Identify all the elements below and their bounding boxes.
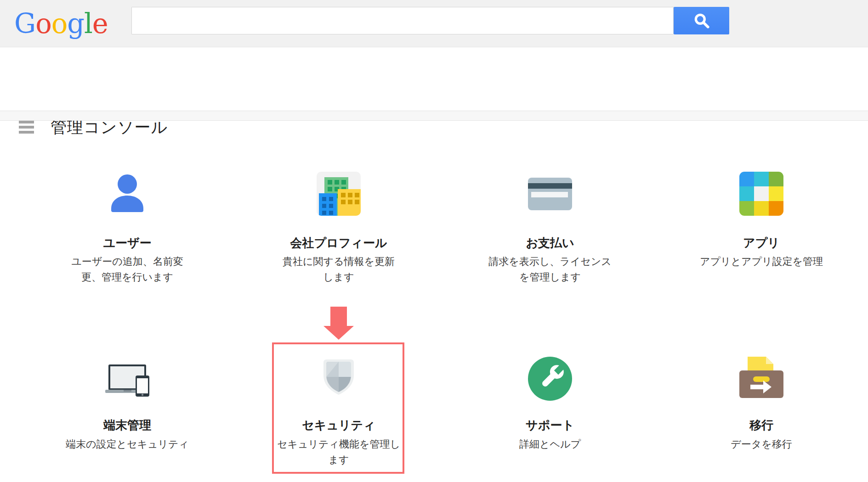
console-header: 管理コンソール <box>0 48 868 111</box>
tile-apps[interactable]: アプリ アプリとアプリ設定を管理 <box>656 121 867 302</box>
tile-desc: 貴社に関する情報を更新 します <box>265 254 412 285</box>
tile-desc: 詳細とヘルプ <box>477 437 624 452</box>
logo-letter: g <box>67 10 84 37</box>
tile-label[interactable]: 端末管理 <box>22 417 233 433</box>
tile-billing[interactable]: お支払い 請求を表示し、ライセンス を管理します <box>444 121 656 302</box>
box-arrow-icon[interactable] <box>739 357 783 401</box>
tile-label[interactable]: サポート <box>444 417 656 433</box>
shield-icon[interactable] <box>317 357 361 401</box>
tile-grid: ユーザー ユーザーの追加、名前変 更、管理を行います <box>22 121 867 482</box>
tile-desc: アプリとアプリ設定を管理 <box>688 254 835 269</box>
tile-security[interactable]: セキュリティ セキュリティ機能を管理し ます <box>233 302 444 482</box>
top-bar: Google <box>0 0 868 47</box>
wrench-icon[interactable] <box>528 357 572 401</box>
tile-device-management[interactable]: 端末管理 端末の設定とセキュリティ <box>22 302 233 482</box>
user-icon[interactable] <box>105 172 149 216</box>
search-input[interactable] <box>131 7 674 34</box>
logo-letter: l <box>84 10 92 37</box>
tile-migration[interactable]: 移行 データを移行 <box>656 302 867 482</box>
tile-label[interactable]: お支払い <box>444 235 656 251</box>
logo-letter: o <box>51 10 68 37</box>
tile-desc: セキュリティ機能を管理し ます <box>265 437 412 468</box>
tile-desc: 端末の設定とセキュリティ <box>54 437 201 452</box>
red-arrow-annotation <box>323 307 354 340</box>
admin-console-page: Google 管理コンソール <box>0 0 868 482</box>
tile-label[interactable]: ユーザー <box>22 235 233 251</box>
credit-card-icon[interactable] <box>528 172 572 216</box>
logo-letter: G <box>14 10 35 37</box>
tile-support[interactable]: サポート 詳細とヘルプ <box>444 302 656 482</box>
search-button[interactable] <box>674 7 729 34</box>
buildings-icon[interactable] <box>317 172 361 216</box>
tile-users[interactable]: ユーザー ユーザーの追加、名前変 更、管理を行います <box>22 121 233 302</box>
apps-grid-icon[interactable] <box>739 172 783 216</box>
collapsed-tasks-bar[interactable] <box>0 111 868 121</box>
google-logo[interactable]: Google <box>14 0 108 47</box>
tile-company-profile[interactable]: 会社プロフィール 貴社に関する情報を更新 します <box>233 121 444 302</box>
tile-label[interactable]: セキュリティ <box>233 417 444 433</box>
devices-icon[interactable] <box>105 357 149 401</box>
tile-desc: ユーザーの追加、名前変 更、管理を行います <box>54 254 201 285</box>
tile-label[interactable]: 会社プロフィール <box>233 235 444 251</box>
tile-desc: 請求を表示し、ライセンス を管理します <box>477 254 624 285</box>
tile-desc: データを移行 <box>688 437 835 452</box>
tile-label[interactable]: 移行 <box>656 417 867 433</box>
logo-letter: e <box>92 10 108 37</box>
search-icon <box>693 12 710 29</box>
tile-label[interactable]: アプリ <box>656 235 867 251</box>
logo-letter: o <box>35 10 51 37</box>
